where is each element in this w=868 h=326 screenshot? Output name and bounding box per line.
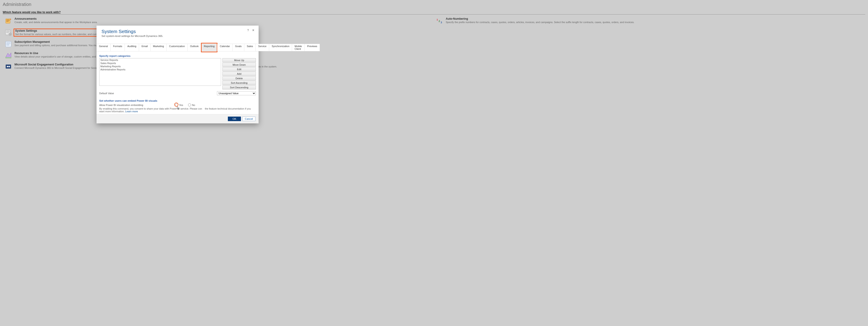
radio-yes-label: Yes <box>179 104 183 106</box>
delete-button[interactable]: Delete <box>222 76 256 80</box>
edit-button[interactable]: Edit <box>222 67 256 71</box>
tab-marketing[interactable]: Marketing <box>151 44 166 51</box>
tab-previews[interactable]: Previews <box>305 44 320 51</box>
section-report-categories-label: Specify report categories <box>99 55 256 57</box>
section-powerbi-label: Set whether users can embed Power BI vis… <box>99 99 256 102</box>
tab-goals[interactable]: Goals <box>232 44 244 51</box>
cancel-button[interactable]: Cancel <box>242 116 255 121</box>
ok-button[interactable]: OK <box>228 116 241 121</box>
svg-rect-4 <box>6 42 11 47</box>
page-subtitle: Which feature would you like to work wit… <box>3 11 865 15</box>
add-button[interactable]: Add <box>222 72 256 76</box>
tab-general[interactable]: General <box>96 44 111 51</box>
default-value-label: Default Value <box>99 92 217 94</box>
tab-formats[interactable]: Formats <box>111 44 125 51</box>
powerbi-setting-label: Allow Power BI visualization embedding <box>99 104 170 106</box>
move-up-button[interactable]: Move Up <box>222 58 256 62</box>
close-icon[interactable]: ✕ <box>252 29 254 32</box>
powerbi-no-radio[interactable]: No <box>188 104 195 106</box>
tab-reporting[interactable]: Reporting <box>202 44 217 51</box>
subscription-icon <box>4 40 12 48</box>
svg-point-3 <box>10 34 11 35</box>
radio-no-label: No <box>192 104 195 106</box>
settings-icon <box>4 29 12 36</box>
sort-ascending-button[interactable]: Sort Ascending <box>222 81 256 85</box>
svg-text:3: 3 <box>440 21 442 24</box>
feature-title: Announcements <box>14 17 97 20</box>
tab-customization[interactable]: Customization <box>166 44 188 51</box>
tab-sales[interactable]: Sales <box>244 44 256 51</box>
obscured-text-fragment: es in the system. <box>258 65 277 68</box>
default-value-select[interactable]: Unassigned Value <box>217 91 256 95</box>
system-settings-dialog: System Settings Set system-level setting… <box>96 26 258 124</box>
tab-service[interactable]: Service <box>256 44 269 51</box>
sort-descending-button[interactable]: Sort Descending <box>222 85 256 89</box>
highlight-box <box>201 43 218 52</box>
resources-icon <box>4 52 12 59</box>
learn-more-link[interactable]: Learn more <box>125 110 138 113</box>
tab-outlook[interactable]: Outlook <box>188 44 202 51</box>
dialog-subtitle: Set system-level settings for Microsoft … <box>101 35 254 37</box>
category-item[interactable]: Service Reports <box>99 58 221 61</box>
feature-item[interactable]: 123Auto-NumberingSpecify the prefix numb… <box>434 16 865 27</box>
svg-text:1: 1 <box>436 18 438 21</box>
tab-auditing[interactable]: Auditing <box>125 44 139 51</box>
tab-email[interactable]: Email <box>139 44 151 51</box>
page-title: Administration <box>3 1 865 7</box>
category-item[interactable]: Administrative Reports <box>99 68 221 71</box>
tab-mobile-client[interactable]: Mobile Client <box>292 44 305 51</box>
help-icon[interactable]: ? <box>247 29 249 32</box>
social-icon <box>4 63 12 71</box>
category-item[interactable]: Marketing Reports <box>99 65 221 68</box>
feature-description: Specify the prefix numbers for contracts… <box>446 21 634 24</box>
svg-rect-5 <box>6 57 11 58</box>
svg-text:2: 2 <box>438 19 440 23</box>
dialog-tabbar: GeneralFormatsAuditingEmailMarketingCust… <box>96 44 258 51</box>
tab-synchronization[interactable]: Synchronization <box>269 44 292 51</box>
dialog-title: System Settings <box>101 29 254 34</box>
powerbi-consent-text: By enabling this command, you consent to… <box>99 107 256 113</box>
announce-icon <box>4 17 12 25</box>
powerbi-yes-radio[interactable]: Yes <box>175 104 183 106</box>
autonumber-icon: 123 <box>436 17 443 25</box>
svg-rect-0 <box>6 19 10 23</box>
feature-description: Create, edit, and delete announcements t… <box>14 21 97 24</box>
feature-title: Microsoft Social Engagement Configuratio… <box>14 63 107 66</box>
move-down-button[interactable]: Move Down <box>222 63 256 67</box>
feature-title: Auto-Numbering <box>446 17 634 20</box>
report-categories-listbox[interactable]: Service ReportsSales ReportsMarketing Re… <box>99 58 221 86</box>
feature-description: Connect Microsoft Dynamics 365 to Micros… <box>14 66 107 70</box>
tab-calendar[interactable]: Calendar <box>217 44 232 51</box>
category-item[interactable]: Sales Reports <box>99 61 221 65</box>
